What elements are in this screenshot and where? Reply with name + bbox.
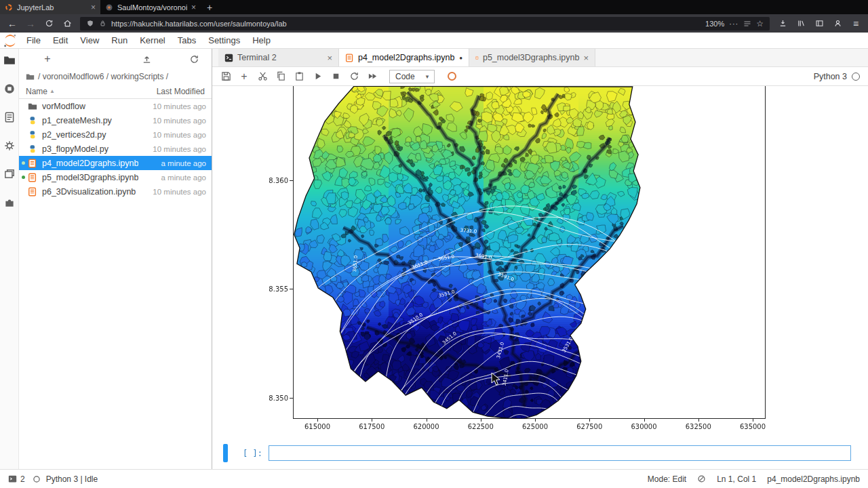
browser-tab-jupyterlab[interactable]: JupyterLab × <box>0 0 100 14</box>
terminal-icon <box>8 474 17 483</box>
save-button[interactable] <box>218 69 234 84</box>
browser-tab-title: SaulMontoya/voronoiMo <box>117 3 187 12</box>
sidebar-button[interactable] <box>811 16 827 31</box>
menu-tabs[interactable]: Tabs <box>172 35 202 45</box>
menu-help[interactable]: Help <box>246 35 277 45</box>
shield-icon <box>86 20 94 28</box>
account-button[interactable] <box>829 16 846 31</box>
running-sessions-icon[interactable] <box>3 83 16 95</box>
reader-icon[interactable] <box>743 20 751 28</box>
copy-cells-button[interactable] <box>273 69 289 84</box>
site-favicon <box>105 3 113 12</box>
url-bar[interactable]: https://hakuchik.hatarilabs.com/user/sau… <box>80 17 770 30</box>
tab-terminal-2[interactable]: Terminal 2 × <box>218 49 339 66</box>
file-modified: a minute ago <box>161 159 207 167</box>
jupyter-logo <box>0 33 20 48</box>
bookmark-star-icon[interactable]: ☆ <box>756 19 764 28</box>
zoom-level[interactable]: 130% <box>705 20 724 28</box>
kernel-status-item[interactable]: Python 3 | Idle <box>46 474 98 484</box>
browser-tab-saulmontoya[interactable]: SaulMontoya/voronoiMo × <box>100 0 201 14</box>
notebook-file-icon <box>345 54 354 62</box>
file-row-p1[interactable]: p1_createMesh.py 10 minutes ago <box>19 113 212 127</box>
fast-forward-icon <box>368 71 378 81</box>
column-modified[interactable]: Last Modified <box>157 87 205 96</box>
file-browser-icon[interactable] <box>3 54 16 66</box>
run-all-button[interactable] <box>364 69 380 84</box>
run-button[interactable] <box>309 69 326 84</box>
library-button[interactable] <box>793 16 809 31</box>
running-kernel-dot <box>22 161 25 165</box>
python-file-icon <box>27 116 38 125</box>
page-actions-icon[interactable]: ··· <box>729 20 738 28</box>
notebook-output-plot <box>293 86 766 419</box>
new-tab-button[interactable]: + <box>201 0 218 14</box>
paste-cells-button[interactable] <box>291 69 307 84</box>
downloads-button[interactable] <box>774 16 791 31</box>
property-inspector-icon[interactable] <box>3 140 16 152</box>
running-terminals-item[interactable]: 2 <box>8 474 41 484</box>
restart-kernel-button[interactable] <box>346 69 362 84</box>
close-icon[interactable]: × <box>327 53 332 63</box>
menu-kernel[interactable]: Kernel <box>134 35 172 45</box>
menu-button[interactable]: ≡ <box>848 16 864 31</box>
new-launcher-button[interactable]: + <box>39 51 56 67</box>
column-name[interactable]: Name <box>26 87 47 96</box>
file-name: p3_flopyModel.py <box>42 144 108 154</box>
browser-tab-title: JupyterLab <box>17 3 87 12</box>
file-name: p4_model2Dgraphs.ipynb <box>42 159 138 168</box>
file-row-p6[interactable]: p6_3Dvisualization.ipynb 10 minutes ago <box>19 184 212 199</box>
command-palette-icon[interactable] <box>3 111 16 123</box>
cut-cells-button[interactable] <box>254 69 271 84</box>
menu-run[interactable]: Run <box>105 35 134 45</box>
reload-button[interactable] <box>41 16 57 31</box>
kernel-busy-spinner <box>448 72 456 81</box>
interrupt-kernel-button[interactable] <box>328 69 344 84</box>
filename-text: p4_model2Dgraphs.ipynb <box>767 474 860 484</box>
terminal-icon <box>224 54 233 62</box>
back-button[interactable]: ← <box>4 16 20 31</box>
folder-icon <box>26 73 35 81</box>
file-row-vorModflow[interactable]: vorModflow 10 minutes ago <box>19 99 212 113</box>
terminals-count: 2 <box>20 474 25 484</box>
chevron-down-icon: ▾ <box>426 73 429 80</box>
cell-type-dropdown[interactable]: Code ▾ <box>389 70 435 83</box>
file-row-p4-selected[interactable]: p4_model2Dgraphs.ipynb a minute ago <box>19 156 212 170</box>
restart-icon <box>349 71 359 81</box>
open-tabs-icon[interactable] <box>3 168 16 180</box>
close-icon[interactable]: × <box>191 3 196 12</box>
cell-editor[interactable] <box>269 445 851 461</box>
main-dock-panel: Terminal 2 × p4_model2Dgraphs.ipynb ● p5… <box>212 49 868 469</box>
insert-cell-button[interactable]: + <box>236 69 252 84</box>
menu-file[interactable]: File <box>20 35 47 45</box>
menu-view[interactable]: View <box>74 35 105 45</box>
copy-icon <box>276 71 286 81</box>
home-button[interactable] <box>59 16 75 31</box>
kernel-indicator[interactable]: Python 3 <box>814 72 863 81</box>
file-list-header: Name ▲ Last Modified <box>19 84 212 99</box>
unsaved-dot-icon: ● <box>459 55 462 61</box>
menu-settings[interactable]: Settings <box>202 35 246 45</box>
url-text: https://hakuchik.hatarilabs.com/user/sau… <box>111 20 701 28</box>
refresh-button[interactable] <box>186 51 202 67</box>
notebook-file-icon <box>27 187 38 197</box>
tab-p4-notebook[interactable]: p4_model2Dgraphs.ipynb ● <box>339 49 469 66</box>
file-modified: 10 minutes ago <box>153 102 206 110</box>
mode-indicator[interactable]: Mode: Edit <box>648 474 686 484</box>
extension-manager-icon[interactable] <box>3 197 16 209</box>
close-icon[interactable]: × <box>91 3 96 12</box>
file-row-p2[interactable]: p2_vertices2d.py 10 minutes ago <box>19 127 212 142</box>
cell-collapser[interactable] <box>223 444 228 462</box>
file-modified: 10 minutes ago <box>153 188 206 196</box>
upload-button[interactable] <box>138 51 155 67</box>
file-row-p3[interactable]: p3_flopyModel.py 10 minutes ago <box>19 142 212 156</box>
file-modified: 10 minutes ago <box>153 145 206 153</box>
tab-p5-notebook[interactable]: p5_model3Dgraphs.ipynb × <box>469 49 595 66</box>
close-icon[interactable]: × <box>583 53 589 63</box>
forward-button[interactable]: → <box>22 16 39 31</box>
breadcrumb[interactable]: / voronoiModflow6 / workingScripts / <box>19 69 212 84</box>
person-icon <box>833 19 842 28</box>
file-browser-toolbar: + <box>19 49 212 69</box>
file-row-p5[interactable]: p5_model3Dgraphs.ipynb a minute ago <box>19 170 212 184</box>
upload-icon <box>142 54 152 64</box>
menu-edit[interactable]: Edit <box>47 35 74 45</box>
